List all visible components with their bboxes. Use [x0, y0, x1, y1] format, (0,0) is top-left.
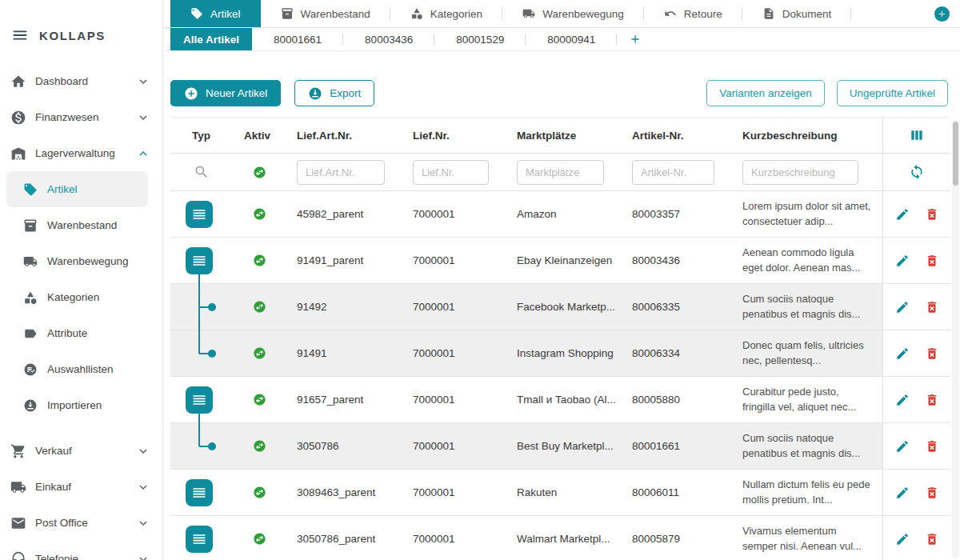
add-circle-icon	[184, 86, 198, 101]
tab-artikel[interactable]: Artikel	[170, 0, 261, 27]
tab-warenbestand[interactable]: Warenbestand	[261, 0, 390, 27]
document-icon	[762, 7, 775, 20]
export-button[interactable]: Export	[294, 80, 374, 106]
tab-retoure[interactable]: Retoure	[644, 0, 742, 27]
delete-button[interactable]	[925, 439, 939, 454]
article-tab-80000941[interactable]: 80000941	[526, 28, 617, 50]
chevron-down-icon	[136, 110, 150, 125]
table-row[interactable]: 3089463_parent7000001Rakuten80006011Null…	[170, 470, 950, 516]
edit-button[interactable]	[895, 393, 910, 407]
edit-button[interactable]	[895, 346, 910, 361]
table-row[interactable]: 45982_parent7000001Amazon80003357Lorem i…	[170, 191, 950, 238]
tab-dokument[interactable]: Dokument	[742, 0, 852, 27]
delete-button[interactable]	[925, 346, 939, 361]
menu-icon[interactable]	[11, 26, 29, 44]
tab-kategorien[interactable]: Kategorien	[390, 0, 502, 27]
active-cell	[232, 470, 286, 515]
scrollbar[interactable]	[952, 120, 959, 558]
delete-button[interactable]	[925, 300, 939, 314]
parent-article-button[interactable]	[186, 386, 213, 414]
sidebar-item-importieren[interactable]: Importieren	[6, 387, 148, 423]
type-filter[interactable]	[170, 164, 232, 180]
add-article-tab-button[interactable]	[617, 28, 654, 50]
edit-button[interactable]	[895, 486, 910, 500]
article-tab-80001661[interactable]: 80001661	[252, 28, 343, 50]
table-row[interactable]: 914917000001Instagram Shopping80006334Do…	[170, 330, 950, 377]
marktplatz-cell: Tmall и Taobao (Al...	[506, 377, 622, 422]
edit-button[interactable]	[895, 207, 910, 222]
filter-input-kurzbeschreibung[interactable]	[742, 160, 858, 185]
delete-button[interactable]	[925, 486, 939, 500]
sidebar-item-kategorien[interactable]: Kategorien	[6, 279, 148, 315]
sidebar-item-label: Finanzwesen	[35, 111, 99, 123]
sidebar-item-attribute[interactable]: Attribute	[6, 315, 148, 351]
filter-input-artikel-nr[interactable]	[632, 160, 714, 185]
kurzbeschreibung-cell: Cum sociis natoque penatibus et magnis d…	[732, 423, 882, 469]
actions-cell	[882, 377, 950, 422]
search-icon[interactable]	[194, 164, 210, 180]
edit-button[interactable]	[895, 254, 910, 268]
lief-nr-cell: 7000001	[402, 377, 506, 422]
chevron-down-icon	[136, 74, 150, 89]
tab-label: Warenbewegung	[542, 8, 624, 20]
active-cell	[232, 238, 286, 283]
list-icon	[191, 485, 207, 501]
parent-article-button[interactable]	[186, 247, 213, 274]
table-row[interactable]: 3050786_parent7000001Walmart Marketpl...…	[170, 516, 950, 560]
active-swap-icon[interactable]	[253, 166, 266, 179]
article-tab-80001529[interactable]: 80001529	[434, 28, 526, 50]
sidebar-item-lagerverwaltung[interactable]: Lagerverwaltung	[0, 135, 162, 171]
article-tab-alle-artikel[interactable]: Alle Artikel	[170, 28, 252, 50]
delete-button[interactable]	[925, 393, 939, 407]
sidebar-item-auswahllisten[interactable]: Auswahllisten	[6, 351, 148, 387]
show-variants-button[interactable]: Varianten anzeigen	[706, 80, 824, 106]
sidebar-item-finanzwesen[interactable]: Finanzwesen	[0, 99, 162, 135]
table-row[interactable]: 914927000001Facebook Marketp...80006335C…	[170, 284, 950, 330]
edit-button[interactable]	[895, 300, 910, 314]
column-settings-header[interactable]	[882, 118, 950, 153]
delete-button[interactable]	[925, 532, 939, 546]
add-tab-button[interactable]	[934, 6, 950, 22]
active-filter[interactable]	[232, 166, 286, 179]
menu-icon[interactable]	[11, 26, 29, 44]
sidebar-item-label: Einkauf	[35, 481, 71, 493]
tag-icon	[23, 182, 38, 197]
sidebar-item-verkauf[interactable]: Verkauf	[0, 433, 162, 469]
filter-input-lief-art-nr[interactable]	[297, 160, 385, 185]
sidebar-item-warenbestand[interactable]: Warenbestand	[6, 207, 148, 243]
lief-art-nr-cell: 91492	[286, 284, 402, 330]
sidebar-item-label: Post Office	[35, 517, 88, 529]
toolbar: Neuer Artikel Export Varianten anzeigen …	[170, 80, 954, 106]
table-row[interactable]: 30507867000001Best Buy Marketpl...800016…	[170, 423, 950, 470]
edit-button[interactable]	[895, 532, 910, 546]
lief-nr-cell: 7000001	[402, 423, 506, 469]
new-article-label: Neuer Artikel	[206, 87, 267, 99]
parent-article-button[interactable]	[186, 479, 213, 506]
delete-button[interactable]	[925, 254, 939, 268]
filter-input-lief-nr[interactable]	[413, 160, 489, 185]
parent-article-button[interactable]	[186, 201, 213, 228]
sidebar-item-einkauf[interactable]: Einkauf	[0, 469, 162, 505]
edit-button[interactable]	[895, 439, 910, 454]
parent-article-button[interactable]	[186, 526, 213, 553]
refresh-filter-button[interactable]	[882, 154, 950, 190]
category-icon	[23, 290, 38, 305]
sidebar-item-artikel[interactable]: Artikel	[6, 171, 148, 207]
tab-warenbewegung[interactable]: Warenbewegung	[502, 0, 644, 27]
new-article-button[interactable]: Neuer Artikel	[170, 80, 281, 106]
sidebar-item-warenbewegung[interactable]: Warenbewegung	[6, 243, 148, 279]
sidebar-item-dashboard[interactable]: Dashboard	[0, 63, 162, 99]
columns-icon[interactable]	[909, 127, 925, 143]
table-row[interactable]: 91657_parent7000001Tmall и Taobao (Al...…	[170, 377, 950, 423]
sidebar-item-post-office[interactable]: Post Office	[0, 505, 162, 541]
unchecked-articles-button[interactable]: Ungeprüfte Artikel	[837, 80, 948, 106]
article-tab-80003436[interactable]: 80003436	[343, 28, 434, 50]
edit-icon	[895, 393, 910, 407]
table-row[interactable]: 91491_parent7000001Ebay Kleinanzeigen800…	[170, 238, 950, 284]
delete-button[interactable]	[925, 207, 939, 222]
scrollbar-thumb[interactable]	[953, 122, 958, 186]
sidebar-item-label: Dashboard	[35, 75, 88, 87]
filter-input-marktpl-tze[interactable]	[517, 160, 604, 185]
sync-icon[interactable]	[909, 164, 925, 180]
sidebar-item-telefonie[interactable]: Telefonie	[0, 541, 162, 560]
